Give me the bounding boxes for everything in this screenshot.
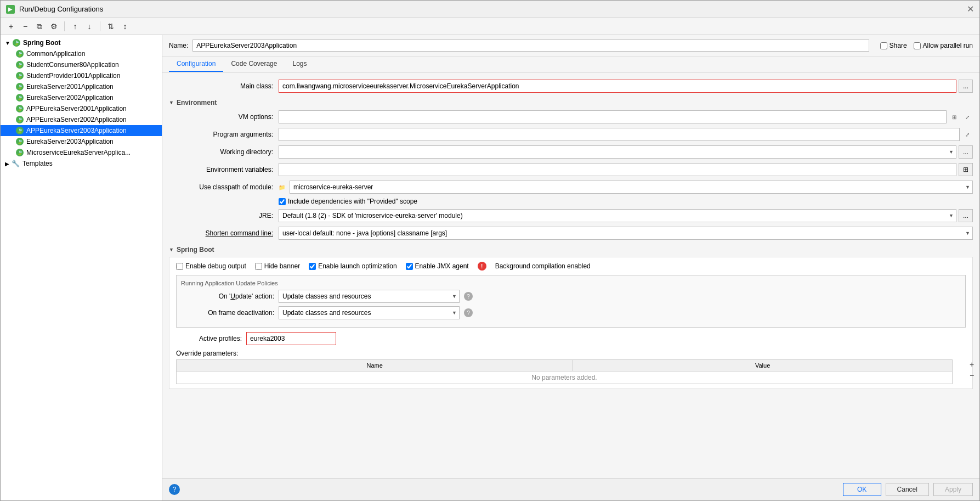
spring-boot-icon: 🍃: [13, 39, 20, 47]
no-params-msg: No parameters added.: [177, 371, 953, 384]
table-container: Name Value No parameters added.: [176, 359, 966, 384]
table-value-header: Value: [573, 360, 953, 371]
bottom-buttons: OK Cancel Apply: [843, 483, 973, 496]
tree-item-common[interactable]: 🍃 CommonApplication: [1, 48, 162, 59]
jre-control: Default (1.8 (2) - SDK of 'microservice-…: [279, 209, 973, 222]
vm-options-input[interactable]: [279, 110, 947, 123]
spring-boot-section: Enable debug output Hide banner Enable l…: [169, 257, 973, 389]
jre-label: JRE:: [169, 212, 279, 219]
apply-button[interactable]: Apply: [933, 483, 973, 496]
tree-item-icon-5: 🍃: [16, 105, 24, 112]
settings-button[interactable]: ⚙: [48, 20, 60, 32]
close-button[interactable]: ✕: [967, 4, 974, 14]
table-empty-row: No parameters added.: [177, 371, 953, 384]
debug-output-label: Enable debug output: [185, 262, 246, 270]
remove-config-button[interactable]: −: [19, 20, 31, 32]
environment-chevron[interactable]: ▼: [169, 100, 174, 105]
include-deps-checkbox[interactable]: [279, 198, 286, 205]
working-dir-input[interactable]: [279, 146, 956, 158]
name-input[interactable]: [192, 40, 869, 52]
tree-group-spring-boot[interactable]: ▼ 🍃 Spring Boot: [1, 37, 162, 48]
bottom-bar: ? OK Cancel Apply: [162, 478, 979, 500]
jre-browse-button[interactable]: ...: [959, 209, 973, 222]
tree-item-eureka2001[interactable]: 🍃 EurekaServer2001Application: [1, 81, 162, 92]
window-icon: ▶: [6, 5, 15, 14]
share-checkbox[interactable]: [880, 42, 887, 49]
on-frame-select[interactable]: Update classes and resources ▼: [279, 306, 460, 319]
environment-section: ▼ Environment: [169, 99, 973, 106]
debug-output-checkbox[interactable]: [176, 263, 183, 270]
tabs-bar: Configuration Code Coverage Logs: [162, 57, 979, 72]
wrench-icon: 🔧: [12, 160, 20, 167]
vm-expand2-button[interactable]: ⤢: [962, 111, 973, 122]
tab-logs[interactable]: Logs: [285, 57, 314, 72]
parallel-checkbox[interactable]: [914, 42, 921, 49]
spring-boot-chevron: ▼: [5, 40, 10, 46]
add-config-button[interactable]: +: [5, 20, 17, 32]
remove-param-button[interactable]: −: [967, 370, 977, 380]
working-dir-row: Working directory: ▼ ...: [169, 145, 973, 159]
name-checkboxes: Share Allow parallel run: [880, 42, 973, 49]
on-frame-dropdown[interactable]: Update classes and resources: [279, 307, 459, 319]
help-button[interactable]: ?: [169, 484, 180, 495]
active-profiles-input[interactable]: [246, 332, 336, 345]
cb-hide-banner: Hide banner: [255, 262, 300, 270]
launch-opt-checkbox[interactable]: [309, 263, 316, 270]
tab-code-coverage[interactable]: Code Coverage: [223, 57, 285, 72]
classpath-dropdown[interactable]: microservice-eureka-server: [290, 181, 972, 193]
main-class-input[interactable]: [279, 80, 956, 93]
tree-item-icon-2: 🍃: [16, 72, 24, 80]
tab-configuration[interactable]: Configuration: [169, 57, 223, 72]
tree-item-student80[interactable]: 🍃 StudentConsumer80Application: [1, 59, 162, 70]
tree-item-student1001[interactable]: 🍃 StudentProvider1001Application: [1, 70, 162, 81]
tree-item-microservice[interactable]: 🍃 MicroserviceEurekaServerApplica...: [1, 147, 162, 158]
spring-boot-section-chevron[interactable]: ▼: [169, 247, 174, 252]
on-update-row: On 'Update' action: Update classes and r…: [181, 290, 961, 303]
toolbar: + − ⧉ ⚙ ↑ ↓ ⇅ ↕: [1, 18, 979, 35]
spring-boot-label: Spring Boot: [23, 39, 61, 47]
params-table: Name Value No parameters added.: [176, 359, 953, 384]
tree-templates[interactable]: ▶ 🔧 Templates: [1, 158, 162, 169]
on-frame-help-icon[interactable]: ?: [464, 308, 473, 317]
tree-item-icon-9: 🍃: [16, 149, 24, 156]
on-update-select[interactable]: Update classes and resources ▼: [279, 290, 460, 303]
args-expand-button[interactable]: ⤢: [962, 129, 973, 140]
shorten-dropdown[interactable]: user-local default: none - java [options…: [279, 227, 972, 239]
tree-item-label-0: CommonApplication: [26, 50, 85, 58]
vm-expand-button[interactable]: ⊞: [949, 111, 960, 122]
filter-button[interactable]: ⇅: [105, 20, 117, 32]
move-down-button[interactable]: ↓: [83, 20, 95, 32]
classpath-select[interactable]: microservice-eureka-server ▼: [290, 181, 973, 194]
parallel-checkbox-label[interactable]: Allow parallel run: [914, 42, 973, 49]
cancel-button[interactable]: Cancel: [886, 483, 929, 496]
working-dir-browse-button[interactable]: ...: [959, 145, 973, 159]
hide-banner-checkbox[interactable]: [255, 263, 262, 270]
tree-item-eureka2002[interactable]: 🍃 EurekaServer2002Application: [1, 92, 162, 103]
tree-item-icon-3: 🍃: [16, 83, 24, 91]
tree-item-icon-7: 🍃: [16, 127, 24, 134]
move-up-button[interactable]: ↑: [69, 20, 81, 32]
main-class-browse-button[interactable]: ...: [959, 80, 973, 93]
copy-config-button[interactable]: ⧉: [33, 20, 46, 32]
window-title: Run/Debug Configurations: [19, 5, 103, 13]
tree-item-app2002[interactable]: 🍃 APPEurekaServer2002Application: [1, 114, 162, 125]
jre-select[interactable]: Default (1.8 (2) - SDK of 'microservice-…: [279, 209, 956, 222]
on-update-dropdown[interactable]: Update classes and resources: [279, 290, 459, 302]
shorten-select[interactable]: user-local default: none - java [options…: [279, 227, 973, 240]
env-vars-input[interactable]: [279, 163, 956, 176]
jmx-agent-checkbox[interactable]: [406, 263, 413, 270]
on-update-help-icon[interactable]: ?: [464, 292, 473, 301]
ok-button[interactable]: OK: [843, 483, 881, 496]
running-app-title: Running Application Update Policies: [181, 280, 961, 286]
env-vars-browse-button[interactable]: ⊞: [959, 163, 973, 176]
sort-button[interactable]: ↕: [119, 20, 131, 32]
program-args-input[interactable]: [279, 128, 960, 141]
jre-dropdown[interactable]: Default (1.8 (2) - SDK of 'microservice-…: [279, 210, 956, 222]
tree-item-app2003[interactable]: 🍃 APPEurekaServer2003Application: [1, 125, 162, 136]
working-dir-select[interactable]: ▼: [279, 145, 956, 159]
share-checkbox-label[interactable]: Share: [880, 42, 907, 49]
add-param-button[interactable]: +: [967, 359, 977, 369]
tree-item-eureka2003[interactable]: 🍃 EurekaServer2003Application: [1, 136, 162, 147]
tree-item-app2001[interactable]: 🍃 APPEurekaServer2001Application: [1, 103, 162, 114]
tree-item-icon-1: 🍃: [16, 61, 24, 69]
